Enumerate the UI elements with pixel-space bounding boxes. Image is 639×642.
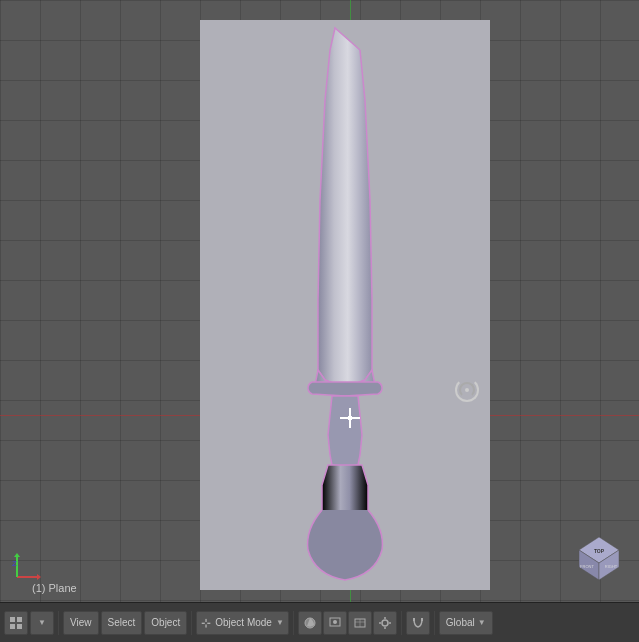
svg-point-17 xyxy=(333,620,337,624)
hamburger-menu-button[interactable] xyxy=(4,611,28,635)
svg-marker-1 xyxy=(37,574,41,580)
svg-text:RIGHT: RIGHT xyxy=(605,564,618,569)
separator-1 xyxy=(58,611,59,635)
svg-text:Z: Z xyxy=(12,559,17,568)
sword-object xyxy=(200,20,490,590)
cursor-dot xyxy=(348,416,352,420)
separator-5 xyxy=(434,611,435,635)
toolbar: ▼ View Select Object ⊹ Object Mode ▼ xyxy=(0,602,639,642)
svg-point-21 xyxy=(382,620,388,626)
svg-text:FRONT: FRONT xyxy=(580,564,594,569)
svg-text:TOP: TOP xyxy=(594,548,605,554)
3d-viewport[interactable]: Z (1) Plane TOP FRONT RIGHT xyxy=(0,0,639,602)
select-label: Select xyxy=(108,617,136,628)
snap-button[interactable] xyxy=(406,611,430,635)
magnet-icon xyxy=(411,616,425,630)
cursor-icon: ⊹ xyxy=(201,616,211,630)
nav-cube-svg: TOP FRONT RIGHT xyxy=(574,532,624,582)
transform-orientation-dropdown[interactable]: Global ▼ xyxy=(439,611,493,635)
3d-cursor[interactable] xyxy=(340,408,360,428)
separator-2 xyxy=(191,611,192,635)
object-mode-dropdown[interactable]: ⊹ Object Mode ▼ xyxy=(196,611,289,635)
scene-icon xyxy=(353,616,367,630)
viewport-icons xyxy=(298,611,397,635)
svg-rect-12 xyxy=(17,617,22,622)
view-label: View xyxy=(70,617,92,628)
separator-3 xyxy=(293,611,294,635)
svg-rect-14 xyxy=(17,624,22,629)
navigation-cube[interactable]: TOP FRONT RIGHT xyxy=(574,532,624,582)
axis-indicator: Z xyxy=(12,552,42,582)
hamburger-icon xyxy=(9,616,23,630)
triangle-icon: ▼ xyxy=(38,618,46,627)
settings-icon xyxy=(378,616,392,630)
separator-4 xyxy=(401,611,402,635)
render-icon xyxy=(328,616,342,630)
settings-button[interactable] xyxy=(373,611,397,635)
select-menu-button[interactable]: Select xyxy=(101,611,143,635)
object-label: Object xyxy=(151,617,180,628)
svg-marker-3 xyxy=(14,553,20,557)
axis-svg: Z xyxy=(12,552,42,582)
sword-svg xyxy=(200,20,490,590)
active-object-label: (1) Plane xyxy=(32,582,77,594)
render-button[interactable] xyxy=(323,611,347,635)
expand-button[interactable]: ▼ xyxy=(30,611,54,635)
view-menu-button[interactable]: View xyxy=(63,611,99,635)
global-label: Global xyxy=(446,617,475,628)
global-dropdown-arrow: ▼ xyxy=(478,618,486,627)
svg-rect-11 xyxy=(10,617,15,622)
scene-button[interactable] xyxy=(348,611,372,635)
mode-label: Object Mode xyxy=(215,617,272,628)
object-menu-button[interactable]: Object xyxy=(144,611,187,635)
shading-icon xyxy=(303,616,317,630)
mode-dropdown-arrow: ▼ xyxy=(276,618,284,627)
viewport-shading-button[interactable] xyxy=(298,611,322,635)
rotation-center xyxy=(465,388,469,392)
svg-rect-13 xyxy=(10,624,15,629)
